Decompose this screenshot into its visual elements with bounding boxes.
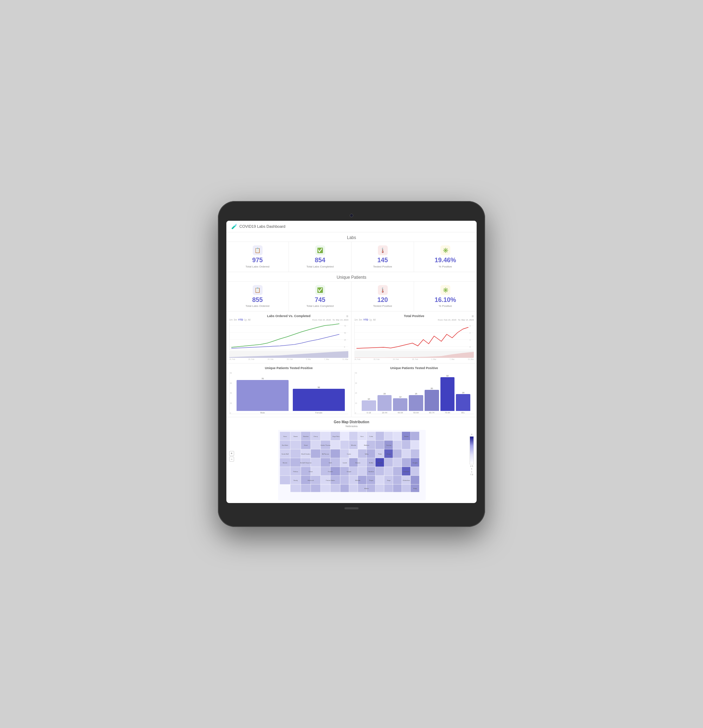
map-title: Geo Map Distribution bbox=[229, 420, 474, 424]
gender-bar-area: 70 Male 50 Female bbox=[229, 372, 348, 414]
legend-color-bar bbox=[470, 436, 474, 464]
age-45-54-bar bbox=[393, 398, 407, 411]
chart2-menu-icon[interactable]: ≡ bbox=[472, 314, 474, 318]
svg-text:Box Butte: Box Butte bbox=[282, 444, 288, 446]
patients-completed-value: 745 bbox=[315, 296, 325, 304]
svg-rect-37 bbox=[311, 441, 320, 449]
chart1-menu-icon[interactable]: ≡ bbox=[346, 314, 348, 318]
patients-ordered-icon: 📋 bbox=[253, 285, 263, 295]
svg-text:Lincoln: Lincoln bbox=[343, 462, 347, 464]
labs-pct-icon: ✳️ bbox=[440, 246, 450, 255]
chart1-zoom-controls[interactable]: 1m 3m YTD 1y All bbox=[229, 318, 251, 321]
patients-pct-label: % Positive bbox=[439, 305, 452, 308]
svg-text:Knox: Knox bbox=[360, 436, 364, 437]
age-bar-chart: Unique Patients Tested Positive 40302010… bbox=[351, 364, 476, 417]
zoom-all[interactable]: All bbox=[248, 318, 251, 321]
svg-text:Valley: Valley bbox=[365, 453, 369, 455]
svg-rect-106 bbox=[393, 475, 402, 484]
unique-patients-section: Unique Patients 📋 855 Total Labs Ordered… bbox=[227, 272, 476, 312]
female-value: 50 bbox=[318, 386, 320, 389]
svg-text:Dodge: Dodge bbox=[387, 453, 391, 455]
zoom2-1y[interactable]: 1y bbox=[369, 318, 371, 321]
age-65-74-label: 65-74 bbox=[429, 412, 435, 414]
labs-stats-grid: 📋 975 Total Labs Ordered ✅ 854 Total Lab… bbox=[227, 242, 476, 272]
male-value: 70 bbox=[261, 377, 264, 380]
svg-rect-87 bbox=[358, 467, 367, 475]
zoom-3m[interactable]: 3m bbox=[234, 318, 237, 321]
nebraska-map-svg: Sioux Dawes Sheridan Cherry Keya Paha Kn… bbox=[237, 430, 467, 500]
labs-ordered-value: 975 bbox=[252, 257, 263, 264]
line-charts-row: ≡ Labs Ordered Vs. Completed 1m 3m YTD 1… bbox=[227, 312, 476, 364]
patients-completed-icon: ✅ bbox=[315, 285, 325, 295]
svg-text:Sioux: Sioux bbox=[283, 436, 287, 437]
age-85-plus-group: 16 85+ bbox=[456, 391, 470, 414]
svg-rect-91 bbox=[393, 467, 402, 475]
zoom2-1m[interactable]: 1m bbox=[354, 318, 358, 321]
svg-text:Gage: Gage bbox=[387, 480, 391, 481]
svg-text:Lancaster: Lancaster bbox=[403, 471, 410, 472]
age-20-44-label: 20-44 bbox=[382, 412, 387, 414]
male-bar bbox=[237, 380, 289, 411]
svg-rect-44 bbox=[375, 441, 384, 449]
labs-positive-value: 145 bbox=[377, 257, 388, 264]
svg-rect-61 bbox=[393, 449, 402, 458]
map-zoom-in-button[interactable]: + bbox=[229, 451, 234, 456]
patients-positive-label: Tested Positive bbox=[373, 305, 392, 308]
svg-text:Grant: Grant bbox=[304, 444, 308, 446]
chart1-date-range: From: Feb 15, 2020 To: Mar 14, 2020 bbox=[312, 319, 348, 321]
legend-mid1-label: 2.5 bbox=[470, 465, 473, 467]
svg-text:25: 25 bbox=[344, 339, 346, 341]
age-45-54-label: 45-54 bbox=[397, 412, 403, 414]
svg-text:50: 50 bbox=[344, 332, 346, 334]
svg-rect-120 bbox=[393, 484, 402, 492]
chart2-controls: 1m 3m YTD 1y All From: Feb 15, 2020 To: … bbox=[354, 318, 474, 321]
age-75-84-label: 75-84 bbox=[445, 412, 450, 414]
map-zoom-out-button[interactable]: − bbox=[229, 456, 234, 462]
svg-text:Buffalo: Buffalo bbox=[369, 462, 374, 464]
labs-ordered-icon: 📋 bbox=[253, 246, 263, 255]
labs-stat-completed: ✅ 854 Total Labs Completed bbox=[289, 242, 351, 272]
map-zoom-controls[interactable]: + − bbox=[229, 451, 234, 462]
svg-text:Thayer: Thayer bbox=[369, 480, 374, 481]
svg-rect-26 bbox=[349, 432, 358, 441]
zoom-1y[interactable]: 1y bbox=[244, 318, 246, 321]
chart2-zoom-controls[interactable]: 1m 3m YTD 1y All bbox=[354, 318, 376, 321]
svg-rect-39 bbox=[331, 441, 340, 449]
tablet-home-button[interactable] bbox=[345, 507, 358, 509]
male-label: Male bbox=[260, 412, 265, 414]
zoom2-ytd[interactable]: YTD bbox=[363, 318, 368, 321]
zoom-ytd[interactable]: YTD bbox=[238, 318, 243, 321]
tablet-camera bbox=[350, 214, 353, 217]
zoom-1m[interactable]: 1m bbox=[229, 318, 233, 321]
labs-positive-icon: 🌡️ bbox=[378, 246, 388, 255]
svg-text:Furnas Harlan: Furnas Harlan bbox=[326, 480, 335, 481]
zoom2-all[interactable]: All bbox=[373, 318, 376, 321]
labs-stat-pct: ✳️ 19.46% % Positive bbox=[414, 242, 476, 272]
svg-rect-48 bbox=[411, 441, 419, 449]
chart1-title: Labs Ordered Vs. Completed bbox=[229, 314, 348, 318]
chart1-controls: 1m 3m YTD 1y All From: Feb 15, 2020 To: … bbox=[229, 318, 348, 321]
svg-text:Perkins: Perkins bbox=[293, 471, 298, 472]
tablet-screen: 🧪 COVID19 Labs Dashboard Labs 📋 975 Tota… bbox=[227, 221, 476, 503]
zoom2-3m[interactable]: 3m bbox=[359, 318, 362, 321]
app-header: 🧪 COVID19 Labs Dashboard bbox=[227, 221, 476, 233]
app-header-title: COVID19 Labs Dashboard bbox=[240, 224, 286, 228]
labs-stat-ordered: 📋 975 Total Labs Ordered bbox=[227, 242, 289, 272]
svg-text:Sheridan: Sheridan bbox=[303, 436, 309, 437]
svg-text:0: 0 bbox=[344, 346, 345, 348]
chart2-mini bbox=[354, 351, 474, 358]
patients-pct-icon: ✳️ bbox=[440, 285, 450, 295]
age-55-64-label: 55-64 bbox=[413, 412, 419, 414]
tablet-device: 🧪 COVID19 Labs Dashboard Labs 📋 975 Tota… bbox=[218, 201, 485, 527]
svg-rect-112 bbox=[320, 484, 331, 492]
svg-rect-118 bbox=[375, 484, 384, 492]
patients-stat-pct: ✳️ 16.10% % Positive bbox=[414, 282, 476, 312]
svg-text:Morrill Garden: Morrill Garden bbox=[301, 453, 310, 455]
svg-rect-114 bbox=[340, 484, 349, 492]
female-label: Female bbox=[315, 412, 322, 414]
svg-rect-50 bbox=[290, 449, 301, 458]
labs-completed-icon: ✅ bbox=[315, 246, 325, 255]
svg-marker-17 bbox=[354, 352, 474, 358]
svg-text:Cherry: Cherry bbox=[313, 436, 318, 437]
age-85-plus-value: 16 bbox=[462, 391, 464, 394]
